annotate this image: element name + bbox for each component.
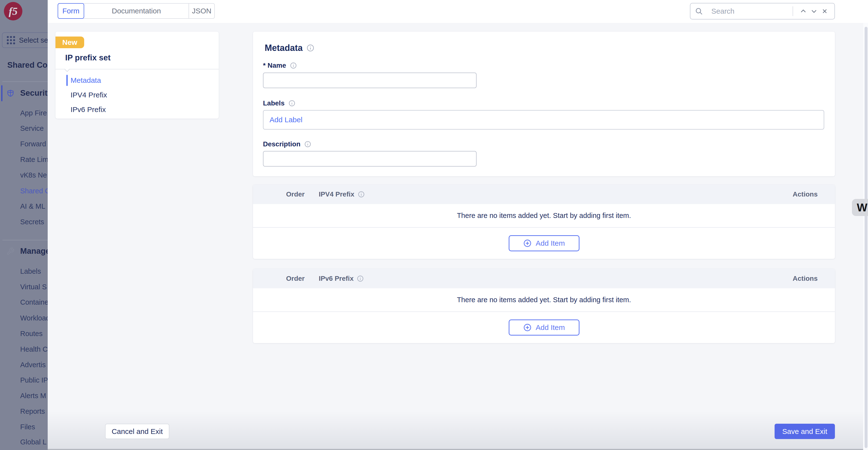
sidebar-item-ai-ml[interactable]: AI & ML	[20, 202, 45, 210]
info-icon[interactable]	[307, 44, 314, 52]
w-widget-label: W	[857, 201, 866, 214]
plus-circle-icon	[523, 323, 532, 332]
close-icon	[821, 8, 828, 15]
tab-json[interactable]: JSON	[189, 3, 215, 19]
name-input[interactable]	[263, 73, 476, 88]
info-icon[interactable]	[358, 191, 365, 198]
select-service-label: Select se	[19, 36, 48, 44]
column-actions: Actions	[793, 275, 818, 282]
sidebar-item-labels[interactable]: Labels	[20, 268, 41, 275]
cancel-and-exit-button[interactable]: Cancel and Exit	[105, 424, 169, 439]
search-divider	[793, 6, 793, 16]
sidebar-item-app-firewall[interactable]: App Fire	[20, 109, 47, 117]
sidebar-item-virtual-sites[interactable]: Virtual S	[20, 283, 47, 291]
ipv4-prefix-table: Order IPV4 Prefix Actions There are no i…	[253, 185, 835, 259]
chevron-down-icon	[810, 7, 818, 15]
add-label-button[interactable]: Add Label	[270, 116, 302, 124]
window-bottom-edge	[48, 449, 868, 450]
scrollbar-thumb[interactable]	[865, 27, 868, 448]
f5-logo[interactable]: f5	[4, 2, 22, 21]
panel-nav-ipv6-prefix[interactable]: IPv6 Prefix	[70, 106, 106, 114]
description-input[interactable]	[263, 151, 476, 167]
labels-label: Labels	[263, 100, 285, 107]
ipv4-table-header: Order IPV4 Prefix Actions	[253, 185, 835, 204]
wrench-icon	[6, 247, 14, 255]
plus-circle-icon	[523, 239, 532, 248]
ipv4-add-item-button[interactable]: Add Item	[509, 235, 580, 251]
info-icon[interactable]	[357, 275, 364, 282]
panel-nav-metadata[interactable]: Metadata	[70, 76, 101, 84]
object-nav-panel: New IP prefix set Metadata IPV4 Prefix I…	[56, 32, 219, 119]
sidebar-section-security[interactable]: Security	[20, 88, 48, 97]
sidebar-item-reports[interactable]: Reports	[20, 407, 45, 415]
column-ipv4-prefix: IPV4 Prefix	[319, 190, 365, 198]
search-input[interactable]	[707, 7, 790, 15]
sidebar: f5 Select se Shared Co Security App Fire…	[0, 0, 48, 450]
sidebar-item-containers[interactable]: Containe	[20, 298, 48, 306]
search-icon	[695, 7, 703, 15]
metadata-form-card: Metadata * Name Labels Add Label Descrip…	[253, 32, 835, 176]
column-order: Order	[286, 190, 305, 198]
sidebar-item-secrets[interactable]: Secrets	[20, 218, 44, 226]
search-next-button[interactable]	[809, 6, 819, 17]
sidebar-item-alerts[interactable]: Alerts M	[20, 392, 46, 400]
chevron-up-icon	[800, 7, 807, 15]
ipv6-table-header: Order IPv6 Prefix Actions	[253, 269, 835, 288]
f5-logo-text: f5	[9, 5, 18, 18]
view-tabs: Form Documentation JSON	[58, 3, 215, 19]
ipv6-empty-message: There are no items added yet. Start by a…	[253, 288, 835, 312]
search-prev-button[interactable]	[798, 6, 809, 17]
panel-nav-ipv4-prefix[interactable]: IPV4 Prefix	[70, 91, 107, 99]
name-field-label-row: * Name	[263, 62, 297, 69]
select-service-button[interactable]: Select se	[2, 32, 48, 48]
sidebar-item-vk8s-networks[interactable]: vK8s Ne	[20, 171, 47, 179]
info-icon[interactable]	[290, 62, 297, 69]
info-icon[interactable]	[288, 100, 295, 107]
status-badge-new: New	[56, 36, 84, 48]
sidebar-item-service[interactable]: Service	[20, 124, 44, 133]
sidebar-item-forward[interactable]: Forward	[20, 140, 46, 148]
search-box	[690, 3, 835, 20]
sidebar-divider	[2, 81, 48, 82]
ipv4-empty-message: There are no items added yet. Start by a…	[253, 204, 835, 228]
info-icon[interactable]	[304, 141, 311, 147]
w-widget-button[interactable]: W	[852, 199, 868, 216]
object-type-title: IP prefix set	[65, 53, 111, 62]
column-order: Order	[286, 275, 305, 282]
create-object-modal: Form Documentation JSON	[48, 0, 868, 450]
tab-documentation[interactable]: Documentation	[84, 3, 189, 19]
ipv6-prefix-table: Order IPv6 Prefix Actions There are no i…	[253, 269, 835, 343]
search-close-button[interactable]	[819, 6, 830, 17]
security-active-bar	[1, 85, 2, 101]
sidebar-item-files[interactable]: Files	[20, 423, 35, 431]
ipv6-table-footer: Add Item	[253, 312, 835, 343]
sidebar-section-manage[interactable]: Manage	[20, 247, 48, 256]
labels-field-label-row: Labels	[263, 100, 295, 107]
sidebar-item-rate-limiter[interactable]: Rate Lim	[20, 156, 48, 164]
metadata-heading: Metadata	[265, 43, 303, 53]
sidebar-item-health-checks[interactable]: Health C	[20, 345, 48, 353]
shield-icon	[6, 89, 14, 97]
column-ipv6-prefix: IPv6 Prefix	[319, 275, 364, 282]
ipv6-add-item-button[interactable]: Add Item	[509, 319, 580, 336]
tab-form[interactable]: Form	[58, 3, 84, 19]
sidebar-item-global-log[interactable]: Global L	[20, 438, 46, 446]
labels-container[interactable]: Add Label	[263, 110, 824, 130]
sidebar-item-routes[interactable]: Routes	[20, 330, 42, 338]
panel-collapse-notch[interactable]	[64, 66, 70, 72]
workspace-title: Shared Co	[7, 60, 48, 69]
panel-divider	[56, 69, 219, 69]
sidebar-item-shared-config[interactable]: Shared C	[20, 187, 48, 195]
column-actions: Actions	[793, 190, 818, 198]
app-window: f5 Select se Shared Co Security App Fire…	[0, 0, 868, 450]
modal-top-bar: Form Documentation JSON	[48, 0, 868, 23]
description-field-label-row: Description	[263, 140, 311, 148]
sidebar-item-advertise[interactable]: Advertis	[20, 361, 46, 369]
footer-gradient	[48, 411, 868, 450]
sidebar-item-public-ips[interactable]: Public IP	[20, 376, 48, 384]
apps-grid-icon	[7, 36, 15, 44]
metadata-section-header: Metadata	[265, 43, 314, 53]
sidebar-item-workloads[interactable]: Workload	[20, 314, 48, 322]
save-and-exit-button[interactable]: Save and Exit	[775, 424, 835, 439]
name-label: * Name	[263, 62, 286, 69]
